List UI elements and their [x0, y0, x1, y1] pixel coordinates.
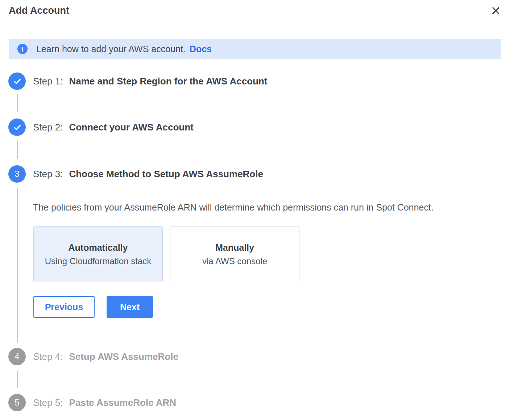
option-manually-card[interactable]: Manually via AWS console — [170, 226, 299, 282]
step-5-indicator: 5 — [8, 394, 26, 411]
step-connector — [17, 188, 18, 342]
step-2-indicator — [8, 118, 26, 136]
step-connector — [17, 94, 18, 112]
step-3-actions: Previous Next — [33, 296, 153, 318]
step-title: Setup AWS AssumeRole — [69, 351, 178, 362]
step-3-row: Step 3: Choose Method to Setup AWS Assum… — [33, 165, 263, 183]
step-5-row: Step 5: Paste AssumeRole ARN — [33, 394, 176, 411]
option-subtitle: Using Cloudformation stack — [45, 256, 151, 266]
check-icon — [12, 76, 22, 86]
step-title: Choose Method to Setup AWS AssumeRole — [69, 169, 263, 180]
option-title: Manually — [215, 242, 254, 253]
step-label: Step 2: — [33, 122, 63, 133]
close-icon — [491, 6, 501, 16]
step-4-indicator: 4 — [8, 348, 26, 365]
option-title: Automatically — [69, 242, 128, 253]
step-number: 3 — [15, 169, 20, 179]
page-title: Add Account — [9, 5, 69, 16]
close-button[interactable] — [489, 4, 502, 17]
info-icon: i — [17, 44, 28, 54]
previous-button[interactable]: Previous — [33, 296, 95, 318]
setup-method-options: Automatically Using Cloudformation stack… — [33, 226, 299, 282]
step-connector — [17, 141, 18, 159]
step-number: 5 — [15, 398, 20, 408]
option-automatically-card[interactable]: Automatically Using Cloudformation stack — [33, 226, 163, 282]
modal-header: Add Account — [0, 0, 509, 26]
step-title: Paste AssumeRole ARN — [69, 397, 176, 408]
option-subtitle: via AWS console — [202, 256, 267, 266]
docs-link[interactable]: Docs — [190, 44, 212, 54]
step-label: Step 3: — [33, 169, 63, 180]
info-banner: i Learn how to add your AWS account. Doc… — [9, 39, 501, 59]
step-1-row: Step 1: Name and Step Region for the AWS… — [33, 72, 267, 90]
step-3-description: The policies from your AssumeRole ARN wi… — [33, 202, 434, 213]
step-connector — [17, 371, 18, 388]
banner-text: Learn how to add your AWS account. — [36, 44, 186, 54]
step-1-indicator — [8, 72, 26, 90]
step-2-row: Step 2: Connect your AWS Account — [33, 118, 194, 136]
step-label: Step 1: — [33, 76, 63, 87]
next-button[interactable]: Next — [107, 296, 153, 318]
step-label: Step 5: — [33, 397, 63, 408]
check-icon — [12, 122, 22, 132]
step-title: Connect your AWS Account — [69, 122, 193, 133]
step-3-indicator: 3 — [8, 165, 26, 183]
step-number: 4 — [15, 352, 20, 362]
step-title: Name and Step Region for the AWS Account — [69, 76, 267, 87]
step-label: Step 4: — [33, 351, 63, 362]
step-4-row: Step 4: Setup AWS AssumeRole — [33, 348, 178, 365]
